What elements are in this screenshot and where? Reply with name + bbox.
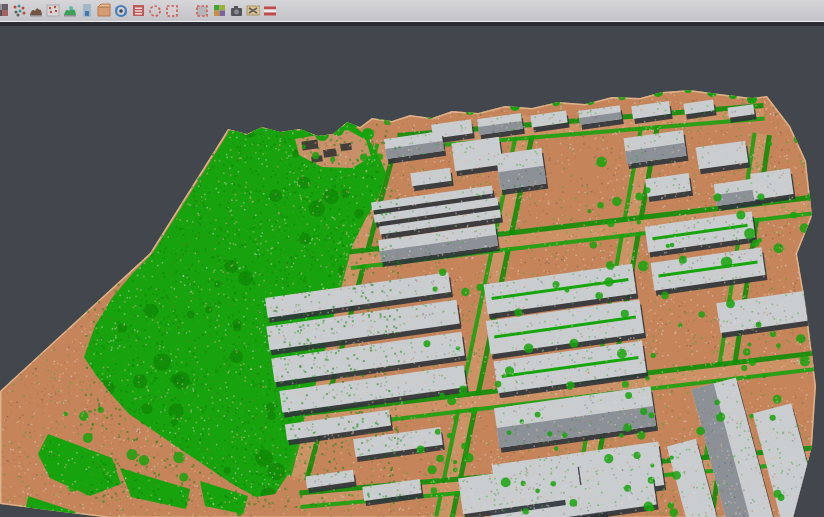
- edge-tool-icon[interactable]: [0, 2, 10, 19]
- model-viewport: [0, 26, 824, 517]
- navigation-orbit-icon[interactable]: [112, 2, 129, 19]
- camera-icon[interactable]: [227, 2, 244, 19]
- measure-tool-icon[interactable]: [244, 2, 261, 19]
- crop-selection-icon[interactable]: [193, 2, 210, 19]
- tie-points-icon[interactable]: [10, 2, 27, 19]
- application-window: { "toolbar": { "icons": [ {"name":"edge-…: [0, 0, 824, 517]
- 3d-model-canvas[interactable]: [0, 26, 824, 517]
- flag-tool-icon[interactable]: [261, 2, 278, 19]
- dense-cloud-icon[interactable]: [78, 2, 95, 19]
- textured-model-icon[interactable]: [61, 2, 78, 19]
- bounding-box-icon[interactable]: [95, 2, 112, 19]
- toolbar: [0, 0, 824, 22]
- mesh-list-icon[interactable]: [129, 2, 146, 19]
- circle-selection-icon[interactable]: [146, 2, 163, 19]
- point-classes-icon[interactable]: [210, 2, 227, 19]
- markers-icon[interactable]: [44, 2, 61, 19]
- terrain-model-icon[interactable]: [27, 2, 44, 19]
- rectangle-selection-icon[interactable]: [163, 2, 180, 19]
